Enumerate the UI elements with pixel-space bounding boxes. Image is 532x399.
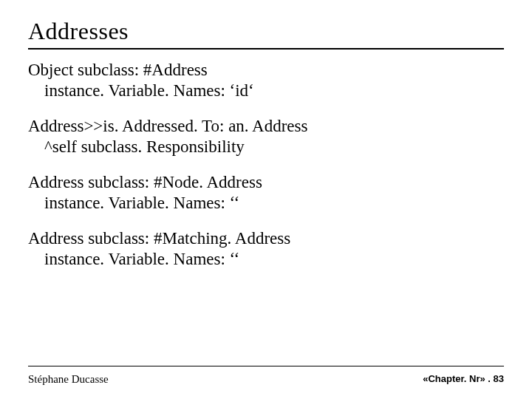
slide-body: Object subclass: #Address instance. Vari…: [28, 60, 504, 270]
code-line: instance. Variable. Names: ‘id‘: [28, 81, 504, 101]
code-block: Address>>is. Addressed. To: an. Address …: [28, 116, 504, 157]
footer-rule: [28, 366, 504, 366]
slide: Addresses Object subclass: #Address inst…: [0, 0, 532, 399]
title-rule: [28, 48, 504, 50]
code-block: Object subclass: #Address instance. Vari…: [28, 60, 504, 101]
footer-author: Stéphane Ducasse: [28, 373, 109, 386]
footer: Stéphane Ducasse «Chapter. Nr» . 83: [28, 373, 504, 386]
code-line: Address subclass: #Matching. Address: [28, 228, 504, 249]
footer-page: «Chapter. Nr» . 83: [423, 373, 504, 386]
code-line: instance. Variable. Names: ‘‘: [28, 193, 504, 214]
slide-title: Addresses: [28, 18, 504, 45]
code-line: Object subclass: #Address: [28, 60, 504, 81]
code-line: ^self subclass. Responsibility: [28, 137, 504, 157]
code-line: Address>>is. Addressed. To: an. Address: [28, 116, 504, 137]
code-line: instance. Variable. Names: ‘‘: [28, 249, 504, 270]
code-line: Address subclass: #Node. Address: [28, 172, 504, 193]
code-block: Address subclass: #Matching. Address ins…: [28, 228, 504, 270]
code-block: Address subclass: #Node. Address instanc…: [28, 172, 504, 214]
